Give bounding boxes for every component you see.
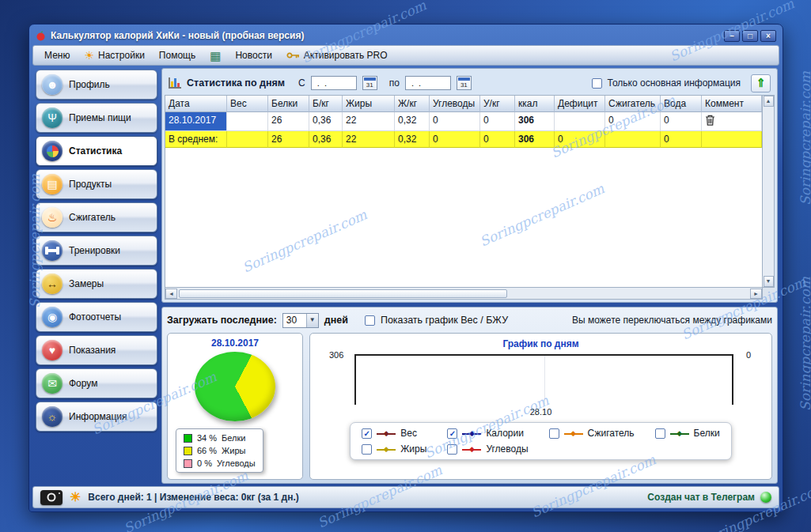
column-header[interactable]: Коммент xyxy=(702,96,762,112)
cell-weight[interactable] xyxy=(227,112,268,131)
sidebar-item-meals[interactable]: Ψ Приемы пищи xyxy=(36,103,157,133)
cell-avg-carbs[interactable]: 0 xyxy=(430,131,480,148)
status-bar: ☀ Всего дней: 1 | Изменение веса: 0кг (з… xyxy=(32,486,779,508)
menu-item-settings[interactable]: ☀ Настройки xyxy=(79,48,149,62)
scroll-up-icon[interactable]: ▲ xyxy=(764,96,774,107)
pie-chart-icon xyxy=(42,141,63,161)
sidebar-item-indications[interactable]: ♥ Показания xyxy=(36,335,157,365)
cell-avg-burner[interactable] xyxy=(605,131,661,148)
cell-avg-proteins-per-kg[interactable]: 0,36 xyxy=(309,131,343,148)
cell-carbs[interactable]: 0 xyxy=(430,112,480,131)
column-header[interactable]: Сжигатель xyxy=(605,96,661,112)
sidebar-item-products[interactable]: ▤ Продукты xyxy=(36,169,157,199)
calendar-to-button[interactable]: 31 xyxy=(457,76,472,90)
column-header[interactable]: Дефицит xyxy=(555,96,605,112)
trash-icon[interactable] xyxy=(705,115,715,126)
cell-proteins-per-kg[interactable]: 0,36 xyxy=(309,112,343,131)
cell-avg-weight[interactable] xyxy=(227,131,268,148)
column-header[interactable]: Дата xyxy=(165,96,227,112)
sidebar-item-profile[interactable]: ☻ Профиль xyxy=(36,70,157,100)
cell-avg-kcal[interactable]: 306 xyxy=(515,131,555,148)
telegram-chat-link[interactable]: Создан чат в Телеграм xyxy=(647,492,755,503)
vertical-scrollbar[interactable]: ▲ ▼ xyxy=(763,95,775,288)
only-main-info-checkbox[interactable] xyxy=(592,78,602,89)
carbs-checkbox[interactable] xyxy=(447,444,457,455)
column-header[interactable]: Вода xyxy=(661,96,702,112)
toggle-fats[interactable]: Жиры xyxy=(362,443,426,455)
toggle-carbs[interactable]: Углеводы xyxy=(447,443,528,455)
date-to-input[interactable] xyxy=(405,76,451,90)
column-header[interactable]: Б/кг xyxy=(309,96,343,112)
toggle-burner[interactable]: Сжигатель xyxy=(549,428,635,439)
column-header[interactable]: Ж/кг xyxy=(395,96,430,112)
cell-avg-comment[interactable] xyxy=(702,131,762,148)
column-header[interactable]: ккал xyxy=(515,96,555,112)
sidebar-item-photo-reports[interactable]: ◉ Фотоотчеты xyxy=(36,302,157,332)
cell-avg-fats[interactable]: 22 xyxy=(343,131,395,148)
switch-charts-hint: Вы можете переключаться между графиками xyxy=(572,315,772,326)
burner-checkbox[interactable] xyxy=(549,428,559,439)
toggle-proteins[interactable]: Белки xyxy=(655,428,720,439)
proteins-color-swatch xyxy=(184,434,192,443)
menu-item-help[interactable]: Помощь xyxy=(154,48,200,62)
toggle-weight[interactable]: ✓ Вес xyxy=(362,428,426,439)
scroll-right-icon[interactable]: ► xyxy=(750,289,762,299)
column-header[interactable]: Углеводы xyxy=(430,96,480,112)
column-header[interactable]: Белки xyxy=(268,96,309,112)
cell-comment[interactable] xyxy=(702,112,762,131)
sun-icon[interactable]: ☀ xyxy=(70,491,81,504)
cell-water[interactable]: 0 xyxy=(661,112,702,131)
fats-checkbox[interactable] xyxy=(362,444,372,455)
scroll-down-icon[interactable]: ▼ xyxy=(764,276,774,287)
cell-avg-water[interactable]: 0 xyxy=(661,131,702,148)
minimize-button[interactable]: – xyxy=(724,30,740,42)
to-label: по xyxy=(389,77,400,89)
maximize-button[interactable]: □ xyxy=(742,30,758,42)
cell-kcal[interactable]: 306 xyxy=(515,112,555,131)
person-icon: ☻ xyxy=(42,74,63,95)
date-from-input[interactable] xyxy=(311,76,357,90)
cell-fats[interactable]: 22 xyxy=(343,112,395,131)
sidebar-item-workouts[interactable]: Тренировки xyxy=(36,236,157,266)
export-top-button[interactable]: ⇑ xyxy=(751,74,771,92)
menu-item-activate-pro[interactable]: Активировать PRO xyxy=(282,48,392,62)
legend-item-proteins: 34 % Белки xyxy=(184,433,256,443)
cutlery-icon: Ψ xyxy=(42,108,63,128)
menu-item-menu[interactable]: Меню xyxy=(40,48,74,62)
cell-proteins[interactable]: 26 xyxy=(268,112,309,131)
sidebar-item-measurements[interactable]: ↔ Замеры xyxy=(36,269,157,299)
cell-avg-carbs-per-kg[interactable]: 0 xyxy=(480,131,515,148)
cell-avg-fats-per-kg[interactable]: 0,32 xyxy=(395,131,430,148)
calculator-button[interactable]: ▦ xyxy=(205,48,225,63)
days-count-select[interactable]: 30 ▼ xyxy=(282,313,319,328)
sidebar-item-burner[interactable]: ♨ Сжигатель xyxy=(36,202,157,232)
status-green-ball-icon xyxy=(760,492,771,503)
horizontal-scrollbar[interactable]: ◄ ► xyxy=(165,288,763,300)
scrollbar-thumb[interactable] xyxy=(179,289,507,298)
cell-date[interactable]: 28.10.2017 xyxy=(165,112,227,131)
scroll-left-icon[interactable]: ◄ xyxy=(165,289,177,299)
menu-item-news[interactable]: Новости xyxy=(230,48,276,62)
sidebar-item-forum[interactable]: ✉ Форум xyxy=(36,368,157,398)
show-weight-bju-checkbox[interactable] xyxy=(365,315,375,326)
column-header[interactable]: Жиры xyxy=(343,96,395,112)
cell-fats-per-kg[interactable]: 0,32 xyxy=(395,112,430,131)
cell-avg-label[interactable]: В среднем: xyxy=(165,131,227,148)
sidebar-item-statistics[interactable]: Статистика xyxy=(36,136,157,166)
close-button[interactable]: × xyxy=(760,30,776,42)
cell-avg-deficit[interactable]: 0 xyxy=(555,131,605,148)
products-bag-icon: ▤ xyxy=(42,174,63,194)
column-header[interactable]: У/кг xyxy=(480,96,515,112)
calories-checkbox[interactable]: ✓ xyxy=(447,428,457,439)
proteins-checkbox[interactable] xyxy=(655,428,665,439)
toggle-calories[interactable]: ✓ Калории xyxy=(447,428,528,439)
cell-carbs-per-kg[interactable]: 0 xyxy=(480,112,515,131)
sidebar-item-information[interactable]: ☼ Информация xyxy=(36,402,157,432)
weight-checkbox[interactable]: ✓ xyxy=(362,428,372,439)
cell-burner[interactable]: 0 xyxy=(605,112,661,131)
calendar-from-button[interactable]: 31 xyxy=(362,76,377,90)
screenshot-camera-button[interactable] xyxy=(40,490,63,505)
cell-deficit[interactable] xyxy=(555,112,605,131)
column-header[interactable]: Вес xyxy=(227,96,268,112)
cell-avg-proteins[interactable]: 26 xyxy=(268,131,309,148)
